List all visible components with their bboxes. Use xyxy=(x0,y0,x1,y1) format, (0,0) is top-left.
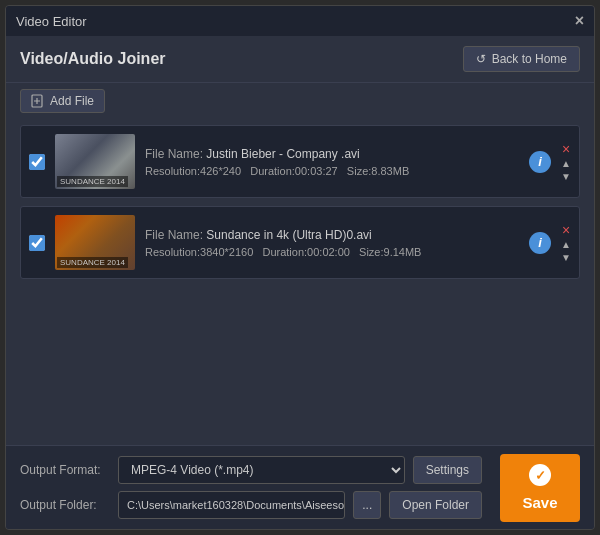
output-format-label: Output Format: xyxy=(20,463,110,477)
info-icon-1[interactable]: i xyxy=(529,151,551,173)
main-window: Video Editor × Video/Audio Joiner ↺ Back… xyxy=(5,5,595,530)
file-name-2: File Name: Sundance in 4k (Ultra HD)0.av… xyxy=(145,228,519,242)
save-label: Save xyxy=(522,494,557,511)
page-title: Video/Audio Joiner xyxy=(20,50,166,68)
bottom-bar: Output Format: MPEG-4 Video (*.mp4) Sett… xyxy=(6,445,594,529)
output-format-select[interactable]: MPEG-4 Video (*.mp4) xyxy=(118,456,405,484)
file-list: SUNDANCE 2014 File Name: Justin Bieber -… xyxy=(6,119,594,445)
header: Video/Audio Joiner ↺ Back to Home xyxy=(6,36,594,83)
move-down-button-2[interactable]: ▼ xyxy=(561,252,571,263)
thumb-label-1: SUNDANCE 2014 xyxy=(57,176,128,187)
file-meta-2: Resolution:3840*2160 Duration:00:02:00 S… xyxy=(145,246,519,258)
toolbar: Add File xyxy=(6,83,594,119)
file-meta-1: Resolution:426*240 Duration:00:03:27 Siz… xyxy=(145,165,519,177)
refresh-icon: ↺ xyxy=(476,52,486,66)
file-info-1: File Name: Justin Bieber - Company .avi … xyxy=(145,147,519,177)
folder-path-display: C:\Users\market160328\Documents\Aiseesof… xyxy=(118,491,345,519)
move-up-button-1[interactable]: ▲ xyxy=(561,158,571,169)
move-up-button-2[interactable]: ▲ xyxy=(561,239,571,250)
settings-button[interactable]: Settings xyxy=(413,456,482,484)
file-name-1: File Name: Justin Bieber - Company .avi xyxy=(145,147,519,161)
window-title: Video Editor xyxy=(16,14,87,29)
remove-button-2[interactable]: × xyxy=(562,223,570,237)
add-file-label: Add File xyxy=(50,94,94,108)
save-check-icon: ✓ xyxy=(529,464,551,486)
remove-button-1[interactable]: × xyxy=(562,142,570,156)
back-home-button[interactable]: ↺ Back to Home xyxy=(463,46,580,72)
file-info-2: File Name: Sundance in 4k (Ultra HD)0.av… xyxy=(145,228,519,258)
move-down-button-1[interactable]: ▼ xyxy=(561,171,571,182)
file-thumbnail-1: SUNDANCE 2014 xyxy=(55,134,135,189)
add-file-button[interactable]: Add File xyxy=(20,89,105,113)
close-button[interactable]: × xyxy=(575,12,584,30)
file-item-1: SUNDANCE 2014 File Name: Justin Bieber -… xyxy=(20,125,580,198)
output-format-row: Output Format: MPEG-4 Video (*.mp4) Sett… xyxy=(20,456,580,484)
save-button[interactable]: ✓ Save xyxy=(500,454,580,522)
file-checkbox-1[interactable] xyxy=(29,154,45,170)
file-item-2: SUNDANCE 2014 File Name: Sundance in 4k … xyxy=(20,206,580,279)
file-name-value-2: Sundance in 4k (Ultra HD)0.avi xyxy=(206,228,371,242)
file-name-value-1: Justin Bieber - Company .avi xyxy=(206,147,359,161)
file-thumbnail-2: SUNDANCE 2014 xyxy=(55,215,135,270)
open-folder-button[interactable]: Open Folder xyxy=(389,491,482,519)
file-checkbox-2[interactable] xyxy=(29,235,45,251)
title-bar: Video Editor × xyxy=(6,6,594,36)
output-folder-row: Output Folder: C:\Users\market160328\Doc… xyxy=(20,491,580,519)
add-file-icon xyxy=(31,94,45,108)
browse-button[interactable]: ... xyxy=(353,491,381,519)
file-actions-1: × ▲ ▼ xyxy=(561,142,571,182)
thumb-label-2: SUNDANCE 2014 xyxy=(57,257,128,268)
back-home-label: Back to Home xyxy=(492,52,567,66)
output-folder-label: Output Folder: xyxy=(20,498,110,512)
file-actions-2: × ▲ ▼ xyxy=(561,223,571,263)
info-icon-2[interactable]: i xyxy=(529,232,551,254)
